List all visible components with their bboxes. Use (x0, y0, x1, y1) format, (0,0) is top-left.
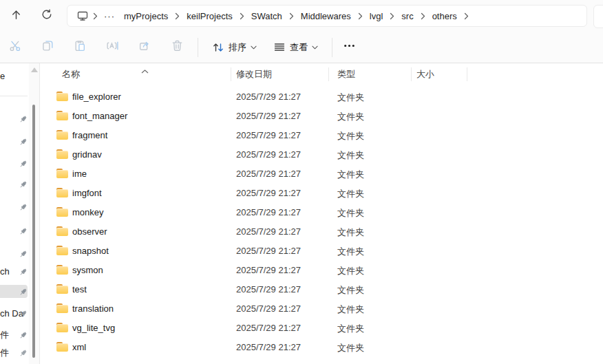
pin-icon (19, 249, 28, 258)
pin-icon (19, 267, 28, 276)
folder-type: 文件夹 (337, 149, 364, 162)
folder-icon (56, 323, 68, 332)
command-toolbar: 排序 查看 (0, 32, 603, 63)
folder-date: 2025/7/29 21:27 (236, 342, 301, 352)
table-row[interactable]: vg_lite_tvg 2025/7/29 21:27 文件夹 (41, 318, 603, 337)
table-row[interactable]: test 2025/7/29 21:27 文件夹 (41, 279, 603, 299)
folder-name: monkey (72, 207, 104, 217)
folder-icon (56, 130, 68, 140)
sidebar-item-partial[interactable]: ch (0, 266, 10, 277)
rename-icon (106, 39, 119, 55)
delete-icon (171, 39, 184, 55)
table-row[interactable]: font_manager 2025/7/29 21:27 文件夹 (41, 106, 603, 125)
folder-name: ime (72, 169, 87, 179)
cut-button[interactable] (3, 36, 28, 59)
folder-date: 2025/7/29 21:27 (236, 149, 301, 160)
scrollbar-up-arrow-icon[interactable] (31, 67, 38, 72)
column-header-row: 名称 修改日期 类型 大小 (41, 63, 603, 85)
sort-ascending-caret-icon (141, 64, 149, 76)
folder-date: 2025/7/29 21:27 (236, 92, 301, 102)
column-divider[interactable] (467, 67, 467, 81)
folder-type: 文件夹 (337, 188, 364, 200)
folder-icon (56, 246, 68, 255)
breadcrumb-item[interactable]: SWatch (246, 9, 287, 23)
folder-icon (56, 284, 68, 294)
folder-type: 文件夹 (337, 323, 364, 335)
view-icon (273, 41, 286, 54)
breadcrumb-item[interactable]: src (396, 9, 418, 23)
folder-type: 文件夹 (337, 226, 364, 239)
folder-date: 2025/7/29 21:27 (236, 323, 301, 333)
address-bar[interactable]: ··· myProjects keilProjects SWatch Middl… (67, 5, 587, 27)
table-row[interactable]: sysmon 2025/7/29 21:27 文件夹 (41, 260, 603, 279)
folder-name: file_explorer (72, 92, 121, 102)
view-button[interactable]: 查看 (268, 36, 324, 58)
folder-type: 文件夹 (337, 342, 364, 354)
column-divider[interactable] (231, 67, 231, 81)
search-box-partial[interactable] (593, 5, 603, 28)
cut-icon (9, 39, 22, 55)
column-header-name[interactable]: 名称 (62, 68, 80, 81)
scrollbar-track[interactable] (29, 63, 40, 364)
breadcrumb-item[interactable]: Middlewares (296, 9, 356, 23)
column-header-date[interactable]: 修改日期 (236, 68, 272, 81)
table-row[interactable]: xml 2025/7/29 21:27 文件夹 (41, 337, 603, 356)
sidebar-item-partial[interactable]: e (0, 71, 5, 81)
breadcrumb-item[interactable]: lvgl (365, 9, 388, 23)
folder-date: 2025/7/29 21:27 (236, 130, 301, 140)
table-row[interactable]: snapshot 2025/7/29 21:27 文件夹 (41, 241, 603, 260)
this-pc-icon[interactable] (74, 10, 91, 22)
breadcrumb-item[interactable]: keilProjects (182, 9, 237, 23)
scrollbar-thumb[interactable] (32, 105, 35, 358)
column-header-type[interactable]: 类型 (337, 68, 355, 81)
pin-icon (19, 330, 28, 339)
column-divider[interactable] (411, 67, 412, 81)
column-header-size[interactable]: 大小 (416, 68, 434, 81)
folder-name: snapshot (72, 246, 109, 256)
table-row[interactable]: gridnav 2025/7/29 21:27 文件夹 (41, 144, 603, 164)
rename-button[interactable] (100, 36, 125, 59)
more-options-button[interactable] (337, 36, 361, 59)
more-icon (343, 39, 356, 55)
folder-date: 2025/7/29 21:27 (236, 226, 301, 237)
folder-name: imgfont (72, 188, 102, 198)
table-row[interactable]: fragment 2025/7/29 21:27 文件夹 (41, 125, 603, 144)
table-row[interactable]: file_explorer 2025/7/29 21:27 文件夹 (41, 87, 603, 106)
pin-icon (19, 159, 28, 168)
chevron-down-icon (251, 45, 257, 50)
copy-button[interactable] (35, 36, 60, 59)
folder-date: 2025/7/29 21:27 (236, 207, 301, 217)
folder-rows: file_explorer 2025/7/29 21:27 文件夹 font_m… (41, 87, 603, 356)
up-button[interactable] (6, 6, 26, 26)
sort-label: 排序 (229, 41, 246, 54)
folder-icon (56, 111, 68, 120)
breadcrumb-item[interactable]: myProjects (119, 9, 173, 23)
table-row[interactable]: observer 2025/7/29 21:27 文件夹 (41, 222, 603, 241)
column-divider[interactable] (328, 67, 329, 81)
share-button[interactable] (132, 36, 157, 59)
table-row[interactable]: monkey 2025/7/29 21:27 文件夹 (41, 202, 603, 222)
pin-icon (19, 309, 28, 318)
table-row[interactable]: translation 2025/7/29 21:27 文件夹 (41, 299, 603, 318)
table-row[interactable]: ime 2025/7/29 21:27 文件夹 (41, 164, 603, 183)
sidebar-item-partial[interactable]: 件 (0, 329, 9, 341)
sidebar-item-partial[interactable]: 件 (0, 347, 9, 359)
paste-button[interactable] (67, 36, 92, 59)
table-row[interactable]: imgfont 2025/7/29 21:27 文件夹 (41, 183, 603, 202)
folder-type: 文件夹 (337, 130, 364, 142)
breadcrumb-item[interactable]: others (427, 9, 462, 23)
refresh-icon (41, 8, 53, 23)
chevron-right-icon (173, 12, 182, 20)
sort-button[interactable]: 排序 (207, 36, 262, 58)
folder-name: font_manager (72, 111, 127, 121)
breadcrumb-overflow[interactable]: ··· (100, 9, 119, 23)
folder-icon (56, 342, 68, 352)
delete-button[interactable] (165, 36, 189, 59)
pin-icon (19, 287, 28, 296)
refresh-button[interactable] (36, 6, 57, 26)
folder-date: 2025/7/29 21:27 (236, 188, 301, 198)
folder-type: 文件夹 (337, 207, 364, 220)
folder-type: 文件夹 (337, 92, 364, 104)
folder-type: 文件夹 (337, 284, 364, 297)
folder-icon (56, 303, 68, 313)
